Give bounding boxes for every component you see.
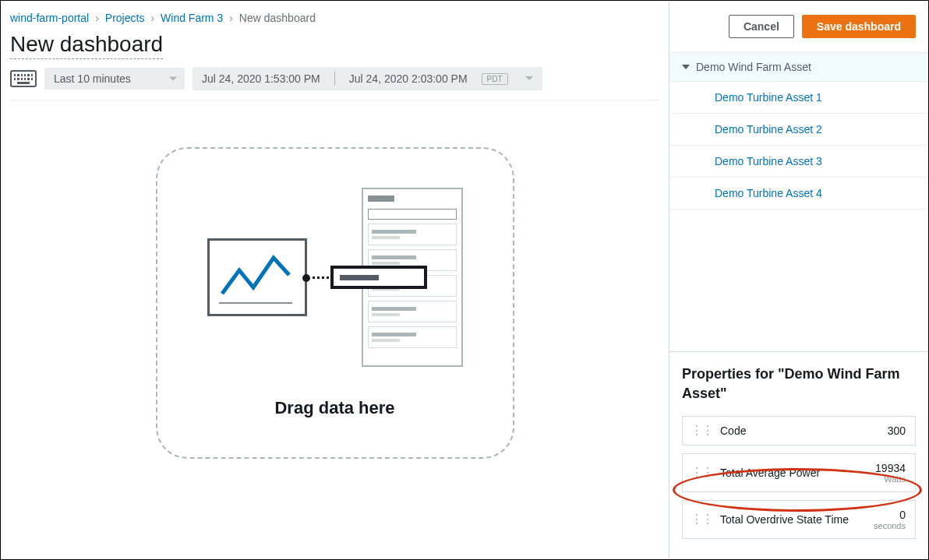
page-title[interactable]: New dashboard [10, 32, 163, 59]
divider [10, 100, 659, 100]
chevron-right-icon: › [150, 12, 154, 24]
asset-root-label: Demo Wind Farm Asset [696, 61, 811, 73]
property-value: 300 [888, 424, 906, 437]
chevron-right-icon: › [95, 12, 99, 24]
time-range-dropdown[interactable]: Last 10 minutes [44, 68, 185, 90]
property-item-total-overdrive-state-time[interactable]: ⋮⋮ Total Overdrive State Time 0 seconds [682, 500, 916, 539]
dashboard-dropzone[interactable]: Drag data here [156, 147, 514, 459]
asset-tree-item[interactable]: Demo Turbine Asset 1 [669, 82, 928, 114]
asset-tree-item[interactable]: Demo Turbine Asset 3 [669, 146, 928, 178]
action-bar: Cancel Save dashboard [669, 1, 928, 53]
property-name: Code [720, 424, 880, 437]
property-item-code[interactable]: ⋮⋮ Code 300 [682, 416, 916, 446]
breadcrumb: wind-farm-portal › Projects › Wind Farm … [10, 9, 659, 32]
chevron-right-icon: › [229, 12, 233, 24]
time-start: Jul 24, 2020 1:53:00 PM [202, 72, 320, 85]
chart-placeholder-icon [207, 238, 307, 316]
breadcrumb-current: New dashboard [239, 12, 316, 24]
timezone-badge: PDT [482, 73, 508, 85]
properties-panel: Properties for "Demo Wind Farm Asset" ⋮⋮… [669, 351, 928, 559]
property-unit: seconds [874, 521, 906, 530]
asset-tree-item[interactable]: Demo Turbine Asset 4 [669, 178, 928, 210]
property-value: 0 [874, 509, 906, 521]
drag-handle-icon[interactable]: ⋮⋮ [691, 470, 712, 475]
dragged-item-icon [330, 266, 427, 289]
properties-title: Properties for "Demo Wind Farm Asset" [682, 365, 916, 403]
chevron-down-icon [522, 75, 533, 83]
drop-illustration [207, 188, 463, 367]
cancel-button[interactable]: Cancel [729, 15, 794, 38]
property-item-total-average-power[interactable]: ⋮⋮ Total Average Power 19934 Watts [682, 453, 916, 492]
drag-handle-icon[interactable]: ⋮⋮ [691, 517, 712, 522]
drag-handle-icon[interactable]: ⋮⋮ [691, 428, 712, 433]
breadcrumb-projects[interactable]: Projects [105, 12, 145, 24]
time-range-label: Last 10 minutes [54, 72, 131, 85]
property-name: Total Average Power [720, 467, 867, 479]
time-controls: Last 10 minutes Jul 24, 2020 1:53:00 PM … [10, 67, 659, 90]
breadcrumb-portal[interactable]: wind-farm-portal [10, 12, 89, 24]
time-range-picker[interactable]: Jul 24, 2020 1:53:00 PM Jul 24, 2020 2:0… [193, 67, 542, 90]
dropzone-text: Drag data here [274, 398, 394, 418]
caret-down-icon [682, 65, 690, 69]
time-end: Jul 24, 2020 2:03:00 PM [349, 72, 468, 85]
save-dashboard-button[interactable]: Save dashboard [802, 15, 916, 38]
property-unit: Watts [875, 474, 906, 484]
property-name: Total Overdrive State Time [720, 513, 866, 526]
asset-tree: Demo Wind Farm Asset Demo Turbine Asset … [669, 53, 928, 210]
asset-tree-root[interactable]: Demo Wind Farm Asset [669, 53, 928, 82]
asset-tree-item[interactable]: Demo Turbine Asset 2 [669, 114, 928, 146]
property-value: 19934 [875, 462, 906, 474]
breadcrumb-project[interactable]: Wind Farm 3 [161, 12, 223, 24]
keyboard-icon[interactable] [10, 70, 37, 87]
